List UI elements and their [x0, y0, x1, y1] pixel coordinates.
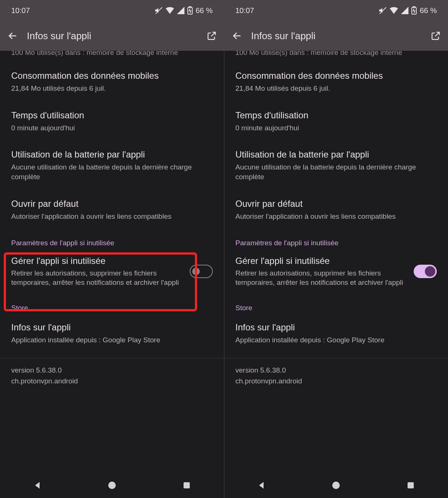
statusbar: 10:07 66 %	[0, 0, 224, 21]
triangle-left-icon	[33, 481, 42, 490]
navbar	[224, 473, 448, 498]
navbar	[0, 473, 224, 498]
nav-home-button[interactable]	[331, 480, 341, 490]
wifi-icon	[390, 7, 398, 14]
storage-row-clipped[interactable]: 100 Mo utilise(s) dans : memoire de stoc…	[236, 51, 437, 62]
row-sub: Aucune utilisation de la batterie depuis…	[236, 162, 437, 181]
open-by-default-row[interactable]: Ouvrir par défaut Autoriser l'applicatio…	[236, 190, 437, 230]
open-external-button[interactable]	[207, 31, 217, 41]
row-title: Gérer l'appli si inutilisée	[11, 255, 183, 267]
package-text: ch.protonvpn.android	[11, 376, 213, 387]
screen-time-row[interactable]: Temps d'utilisation 0 minute aujourd'hui	[11, 102, 213, 141]
row-title: Infos sur l'appli	[236, 322, 437, 333]
back-button[interactable]	[7, 31, 18, 41]
signal-icon	[401, 7, 408, 14]
row-sub: 21,84 Mo utilisés depuis 6 juil.	[11, 84, 213, 93]
row-sub: 0 minute aujourd'hui	[236, 123, 437, 133]
status-icons: 66 %	[379, 6, 437, 15]
section-header-store: Store	[236, 294, 437, 314]
manage-unused-row[interactable]: Gérer l'appli si inutilisée Retirer les …	[11, 249, 213, 294]
row-sub: Retirer les autorisations, supprimer les…	[11, 269, 183, 287]
row-sub: 21,84 Mo utilisés depuis 6 juil.	[236, 84, 437, 93]
appbar-title: Infos sur l'appli	[251, 30, 422, 42]
wifi-icon	[166, 7, 174, 14]
triangle-left-icon	[257, 481, 266, 490]
row-title: Consommation des données mobiles	[11, 70, 213, 81]
row-sub: Application installée depuis : Google Pl…	[11, 335, 213, 345]
open-by-default-row[interactable]: Ouvrir par défaut Autoriser l'applicatio…	[11, 190, 213, 230]
nav-home-button[interactable]	[107, 480, 117, 490]
svg-rect-2	[189, 6, 191, 7]
appbar-title: Infos sur l'appli	[27, 30, 198, 42]
screen-time-row[interactable]: Temps d'utilisation 0 minute aujourd'hui	[236, 102, 437, 141]
content: 100 Mo utilise(s) dans : memoire de stoc…	[0, 51, 224, 473]
svg-rect-8	[413, 6, 415, 7]
row-sub: Autoriser l'application à ouvrir les lie…	[11, 212, 213, 221]
manage-unused-toggle[interactable]	[414, 265, 437, 278]
square-icon	[183, 481, 191, 489]
nav-back-button[interactable]	[256, 480, 266, 490]
section-header-unused: Paramètres de l'appli si inutilisée	[236, 229, 437, 249]
row-title: Utilisation de la batterie par l'appli	[236, 149, 437, 160]
signal-icon	[177, 7, 184, 14]
open-external-icon	[431, 31, 441, 41]
arrow-left-icon	[232, 31, 242, 41]
version-text: version 5.6.38.0	[11, 365, 213, 376]
open-external-button[interactable]	[431, 31, 441, 41]
mute-icon	[379, 6, 387, 15]
row-sub: Retirer les autorisations, supprimer les…	[236, 269, 407, 287]
row-sub: Aucune utilisation de la batterie depuis…	[11, 162, 213, 181]
package-text: ch.protonvpn.android	[236, 376, 437, 387]
circle-icon	[332, 481, 340, 490]
row-title: Temps d'utilisation	[11, 110, 213, 121]
data-usage-row[interactable]: Consommation des données mobiles 21,84 M…	[11, 62, 213, 102]
version-text: version 5.6.38.0	[236, 365, 437, 376]
row-title: Infos sur l'appli	[11, 322, 213, 333]
row-title: Utilisation de la batterie par l'appli	[11, 149, 213, 160]
screenshot-left: 10:07 66 % Infos sur l'appli 100 Mo util…	[0, 0, 224, 498]
app-info-row[interactable]: Infos sur l'appli Application installée …	[236, 314, 437, 353]
statusbar: 10:07 66 %	[224, 0, 448, 21]
row-sub: Application installée depuis : Google Pl…	[236, 335, 437, 345]
section-header-unused: Paramètres de l'appli si inutilisée	[11, 229, 213, 249]
status-battery: 66 %	[196, 6, 213, 15]
row-sub: Autoriser l'application à ouvrir les lie…	[236, 212, 437, 221]
manage-unused-toggle[interactable]	[190, 265, 213, 278]
appbar: Infos sur l'appli	[0, 21, 224, 51]
content: 100 Mo utilise(s) dans : memoire de stoc…	[224, 51, 448, 473]
square-icon	[407, 481, 415, 489]
nav-recent-button[interactable]	[182, 480, 192, 490]
svg-rect-5	[183, 482, 190, 489]
data-usage-row[interactable]: Consommation des données mobiles 21,84 M…	[236, 62, 437, 102]
arrow-left-icon	[7, 31, 18, 41]
footer-info: version 5.6.38.0 ch.protonvpn.android	[11, 358, 213, 393]
circle-icon	[108, 481, 116, 490]
status-time: 10:07	[236, 6, 254, 15]
nav-back-button[interactable]	[32, 480, 42, 490]
app-info-row[interactable]: Infos sur l'appli Application installée …	[11, 314, 213, 353]
manage-unused-row[interactable]: Gérer l'appli si inutilisée Retirer les …	[236, 249, 437, 294]
battery-usage-row[interactable]: Utilisation de la batterie par l'appli A…	[236, 141, 437, 190]
svg-rect-11	[408, 482, 414, 489]
open-external-icon	[207, 31, 217, 41]
battery-charging-icon	[187, 6, 193, 15]
status-icons: 66 %	[155, 6, 213, 15]
section-header-store: Store	[11, 294, 213, 314]
back-button[interactable]	[232, 31, 242, 41]
appbar: Infos sur l'appli	[224, 21, 448, 51]
nav-recent-button[interactable]	[406, 480, 416, 490]
footer-info: version 5.6.38.0 ch.protonvpn.android	[236, 358, 437, 393]
battery-usage-row[interactable]: Utilisation de la batterie par l'appli A…	[11, 141, 213, 190]
status-time: 10:07	[11, 6, 30, 15]
row-title: Temps d'utilisation	[236, 110, 437, 121]
row-title: Gérer l'appli si inutilisée	[236, 255, 407, 267]
svg-point-4	[108, 482, 116, 489]
status-battery: 66 %	[420, 6, 437, 15]
row-title: Ouvrir par défaut	[236, 198, 437, 209]
row-title: Ouvrir par défaut	[11, 198, 213, 209]
screenshot-right: 10:07 66 % Infos sur l'appli 100 Mo util…	[224, 0, 448, 498]
storage-row-clipped[interactable]: 100 Mo utilise(s) dans : memoire de stoc…	[11, 51, 213, 62]
battery-charging-icon	[411, 6, 417, 15]
svg-point-10	[332, 482, 340, 489]
row-sub: 0 minute aujourd'hui	[11, 123, 213, 133]
